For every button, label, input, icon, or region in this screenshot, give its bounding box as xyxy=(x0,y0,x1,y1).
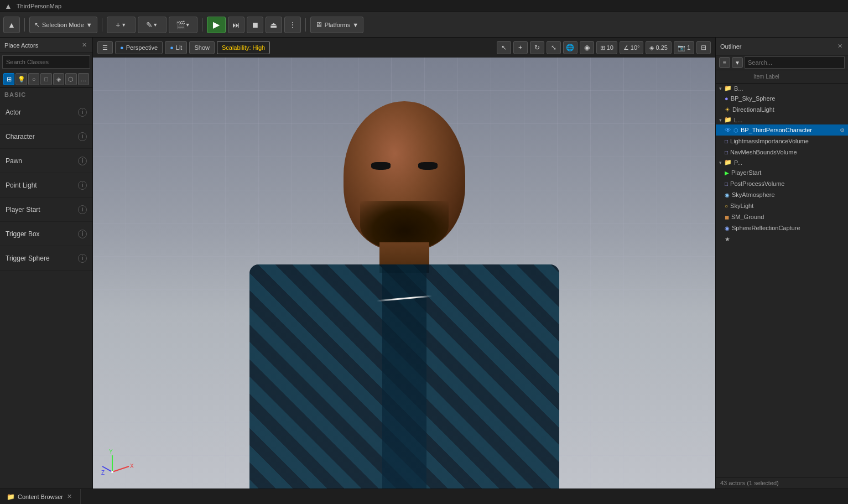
actor-item-trigger-sphere[interactable]: Trigger Sphere i xyxy=(0,246,92,271)
platforms-btn[interactable]: 🖥 Platforms ▼ xyxy=(310,17,363,33)
scale-snap-btn[interactable]: ◈ 0.25 xyxy=(646,41,671,54)
search-classes-input[interactable] xyxy=(2,55,90,69)
outliner-item-playerstart[interactable]: ▶ PlayerStart xyxy=(716,167,848,178)
actor-item-point-light[interactable]: Point Light i xyxy=(0,173,92,198)
viewport[interactable]: ☰ ● Perspective ● Lit Show Scalability: … xyxy=(93,38,715,489)
scale-vp-btn[interactable]: ⤡ xyxy=(547,41,561,54)
select-mode-vp-btn[interactable]: ↖ xyxy=(497,41,511,54)
angle-snap-btn[interactable]: ∠ 10° xyxy=(620,41,644,54)
outliner-item-lightmass[interactable]: □ LightmassImportanceVolume xyxy=(716,136,848,147)
outliner-status: 43 actors (1 selected) xyxy=(716,477,848,489)
outliner-close-icon[interactable]: ✕ xyxy=(836,43,844,50)
outliner-section-p[interactable]: ▾ 📁 P... xyxy=(716,158,848,167)
outliner-item-postprocess[interactable]: □ PostProcessVolume xyxy=(716,178,848,189)
outliner-filter2-btn[interactable]: ▼ xyxy=(732,57,743,68)
pawn-info-icon[interactable]: i xyxy=(78,157,87,165)
point-light-info-icon[interactable]: i xyxy=(78,181,87,190)
sep4 xyxy=(305,18,306,32)
actor-item-player-start[interactable]: Player Start i xyxy=(0,198,92,222)
char-eyes xyxy=(366,162,443,172)
filter-shapes-btn[interactable]: ○ xyxy=(28,73,39,85)
lit-btn[interactable]: ● Lit xyxy=(165,41,187,54)
camera-icon: 📷 xyxy=(678,44,685,51)
scalability-badge[interactable]: Scalability: High xyxy=(217,41,270,54)
outliner-item-skyatm[interactable]: ◉ SkyAtmosphere xyxy=(716,189,848,200)
svg-line-0 xyxy=(112,466,129,472)
more-btn[interactable]: ⋮ xyxy=(284,17,301,33)
add-actor-btn[interactable]: + ▼ xyxy=(107,17,136,33)
actor-item-pawn[interactable]: Pawn i xyxy=(0,149,92,173)
outliner-item-reflection[interactable]: ◉ SphereReflectionCapture xyxy=(716,222,848,233)
content-browser-close[interactable]: ✕ xyxy=(66,493,74,501)
character-display: X Y Z xyxy=(93,58,715,489)
filter-actors-btn[interactable]: ◈ xyxy=(53,73,64,85)
content-browser-icon: 📁 xyxy=(7,493,15,501)
outliner-filter-btn[interactable]: ≡ xyxy=(719,57,730,68)
filter-all-btn[interactable]: ⊞ xyxy=(3,73,14,85)
actor-item-character[interactable]: Character i xyxy=(0,124,92,149)
filter-bp-btn[interactable]: ⬡ xyxy=(65,73,76,85)
show-btn[interactable]: Show xyxy=(189,41,215,54)
actor-item-actor[interactable]: Actor i xyxy=(0,100,92,124)
lit-label: Lit xyxy=(176,44,183,51)
player-start-info-icon[interactable]: i xyxy=(78,205,87,214)
eject-btn[interactable]: ⏏ xyxy=(266,17,282,33)
skylight-label: SkyLight xyxy=(730,202,753,209)
character-info-icon[interactable]: i xyxy=(78,132,87,141)
selection-mode-btn[interactable]: ↖ Selection Mode ▼ xyxy=(29,17,97,33)
sky-sphere-icon: ● xyxy=(725,95,729,102)
rotate-btn[interactable]: ↻ xyxy=(530,41,544,54)
content-btn[interactable]: 🎬 ▼ xyxy=(169,17,197,33)
selection-mode-icon: ↖ xyxy=(34,21,40,29)
play-btn[interactable]: ▶ xyxy=(207,17,226,33)
filter-misc-btn[interactable]: … xyxy=(78,73,89,85)
filter-volumes-btn[interactable]: □ xyxy=(40,73,51,85)
layout-btn[interactable]: ⊟ xyxy=(696,41,711,54)
outliner-search-input[interactable] xyxy=(745,56,845,69)
filter-lights-btn[interactable]: 💡 xyxy=(15,73,27,85)
navmesh-icon: □ xyxy=(725,149,728,155)
coord-btn[interactable]: 🌐 xyxy=(563,41,578,54)
edit-icon: ✎ xyxy=(146,20,153,29)
main-toolbar: ▲ ↖ Selection Mode ▼ + ▼ ✎ ▼ 🎬 ▼ ▶ ⏭ ⏹ ⏏… xyxy=(0,12,848,38)
outliner-item-skylight[interactable]: ○ SkyLight xyxy=(716,200,848,211)
translate-btn[interactable]: + xyxy=(513,41,528,54)
perspective-label: Perspective xyxy=(126,44,158,51)
outliner-item-directional-light[interactable]: ☀ DirectionalLight xyxy=(716,104,848,115)
actor-item-trigger-box[interactable]: Trigger Box i xyxy=(0,222,92,246)
skip-btn[interactable]: ⏭ xyxy=(228,17,244,33)
perspective-btn[interactable]: ● Perspective xyxy=(115,41,163,54)
trigger-box-info-icon[interactable]: i xyxy=(78,230,87,238)
ue-menu-btn[interactable]: ▲ xyxy=(3,17,20,33)
scale-value: 0.25 xyxy=(655,44,667,51)
stop-btn[interactable]: ⏹ xyxy=(247,17,263,33)
character-figure xyxy=(244,101,565,489)
outliner-item-character[interactable]: 👁 ⬡ BP_ThirdPersonCharacter ⚙ xyxy=(716,124,848,136)
navmesh-label: NavMeshBoundsVolume xyxy=(730,149,797,155)
outliner-item-sm-ground[interactable]: ◼ SM_Ground xyxy=(716,211,848,222)
svg-text:X: X xyxy=(130,463,134,469)
viewport-menu-btn[interactable]: ☰ xyxy=(97,41,113,54)
more-icon: ⋮ xyxy=(289,20,296,29)
character-settings-icon[interactable]: ⚙ xyxy=(840,127,845,133)
lightmass-label: LightmassImportanceVolume xyxy=(730,138,809,144)
content-browser-tab[interactable]: 📁 Content Browser ✕ xyxy=(0,489,81,504)
grid-snap-btn[interactable]: ⊞ 10 xyxy=(596,41,617,54)
actor-info-icon[interactable]: i xyxy=(78,108,87,117)
camera-speed-btn[interactable]: 📷 1 xyxy=(674,41,694,54)
scalability-label: Scalability: High xyxy=(222,44,265,51)
outliner-section-l[interactable]: ▾ 📁 L... xyxy=(716,115,848,124)
outliner-items: ▾ 📁 B... ● BP_Sky_Sphere ☀ DirectionalLi… xyxy=(716,84,848,477)
outliner-item-star[interactable]: ★ xyxy=(716,233,848,245)
stop-icon: ⏹ xyxy=(251,20,259,29)
place-actors-close[interactable]: ✕ xyxy=(80,41,88,49)
folder-b-icon: 📁 xyxy=(724,85,732,92)
trigger-sphere-info-icon[interactable]: i xyxy=(78,254,87,263)
outliner-item-navmesh[interactable]: □ NavMeshBoundsVolume xyxy=(716,147,848,158)
edit-btn[interactable]: ✎ ▼ xyxy=(138,17,167,33)
snap-surface-btn[interactable]: ◉ xyxy=(580,41,594,54)
outliner-section-b[interactable]: ▾ 📁 B... xyxy=(716,84,848,93)
section-l-label: L... xyxy=(734,117,742,123)
outliner-item-sky[interactable]: ● BP_Sky_Sphere xyxy=(716,93,848,104)
playerstart-label: PlayerStart xyxy=(731,169,761,176)
